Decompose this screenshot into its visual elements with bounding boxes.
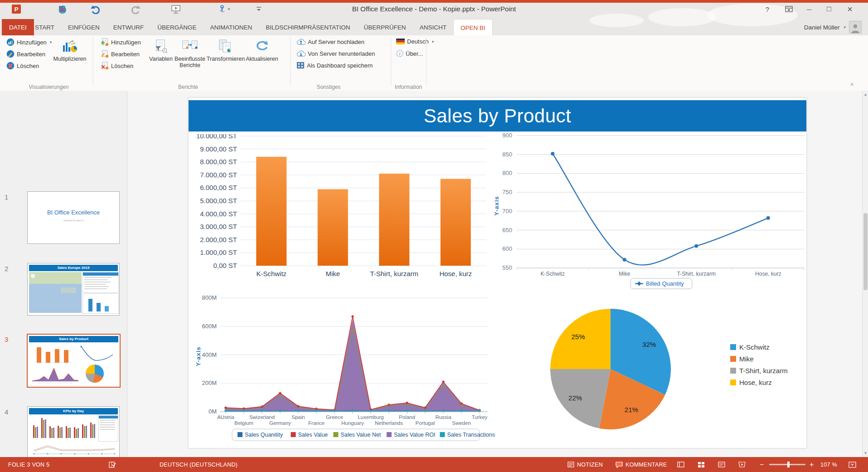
slide-thumbnail-4[interactable]: KPIs by Day — [27, 406, 120, 459]
legend-label: T-Shirt, kurzarm — [739, 367, 788, 375]
area-chart[interactable]: 800M600M400M200M0MAUstriaBelgiumSwizerla… — [193, 293, 497, 447]
zoom-slider-track[interactable] — [769, 464, 805, 465]
slide-title-banner[interactable]: Sales by Product — [189, 100, 806, 131]
tab-start[interactable]: START — [28, 19, 61, 35]
slide-sorter-view-button[interactable] — [698, 457, 705, 472]
refresh-button[interactable]: Aktualisieren — [244, 39, 280, 62]
svg-text:Sales Value: Sales Value — [298, 432, 328, 438]
ribbon-tab-bar: DATEI START EINFÜGEN ENTWURF ÜBERGÄNGE A… — [0, 18, 868, 35]
svg-text:Poland: Poland — [399, 414, 415, 420]
thumb-title: KPIs by Day — [29, 408, 118, 414]
tab-entwurf[interactable]: ENTWURF — [107, 19, 151, 35]
powerpoint-window: P ▾ BI Office Excellence - Demo - Kopie.… — [0, 0, 868, 472]
edit-report-icon — [101, 50, 109, 58]
language-status[interactable]: DEUTSCH (DEUTSCHLAND) — [160, 457, 238, 472]
multiply-button[interactable]: Multiplizieren — [49, 39, 91, 62]
legend-swatch — [730, 368, 736, 374]
report-add-button[interactable]: Hinzufügen — [101, 38, 141, 46]
svg-text:France: France — [308, 420, 325, 426]
scroll-up-arrow[interactable]: ▲ — [863, 92, 868, 97]
slide[interactable]: Sales by Product 10.000,00 ST9.000,00 ST… — [188, 97, 807, 448]
line-chart[interactable]: 900850800750700650600550K-SchwitzMikeT-S… — [492, 133, 806, 292]
tab-strip: START EINFÜGEN ENTWURF ÜBERGÄNGE ANIMATI… — [28, 18, 493, 35]
refresh-icon — [254, 39, 270, 54]
report-edit-button[interactable]: Bearbeiten — [101, 50, 140, 58]
thumb-mini-area — [30, 365, 80, 384]
tab-animationen[interactable]: ANIMATIONEN — [204, 19, 259, 35]
zoom-out-button[interactable]: − — [760, 457, 764, 472]
collapse-ribbon-button[interactable]: ˄ — [850, 82, 853, 88]
svg-text:Greece: Greece — [326, 414, 343, 420]
german-flag-icon — [396, 39, 405, 44]
comments-button[interactable]: KOMMENTARE — [616, 457, 667, 472]
tab-uebergaenge[interactable]: ÜBERGÄNGE — [150, 19, 203, 35]
zoom-in-button[interactable]: + — [810, 457, 814, 472]
svg-text:4.000,00 ST: 4.000,00 ST — [200, 210, 237, 218]
zoom-level[interactable]: 107 % — [820, 457, 837, 472]
fit-to-window-button[interactable] — [849, 457, 856, 472]
close-icon: × — [847, 4, 853, 15]
tab-ueberpruefen[interactable]: ÜBERPRÜFEN — [357, 19, 413, 35]
spellcheck-button[interactable] — [109, 457, 116, 472]
download-from-server-button[interactable]: Von Server herunterladen — [296, 50, 375, 57]
influenced-reports-button[interactable]: Beeinflusste Berichte — [172, 39, 208, 69]
reading-view-button[interactable] — [718, 457, 725, 472]
info-icon: i — [396, 50, 403, 57]
slideshow-icon — [738, 462, 746, 467]
minimize-button[interactable]: ─ — [800, 3, 818, 15]
close-button[interactable]: × — [841, 3, 858, 15]
vis-delete-button[interactable]: Löschen — [6, 62, 39, 70]
ribbon-display-options-button[interactable] — [780, 3, 797, 15]
zoom-slider-thumb[interactable] — [787, 462, 790, 467]
edit-visualization-icon — [6, 50, 15, 58]
tab-bildschirmpraesentation[interactable]: BILDSCHIRMPRÄSENTATION — [259, 19, 357, 35]
slide-title: Sales by Product — [424, 105, 572, 127]
about-button[interactable]: i Über... — [396, 50, 423, 57]
scroll-down-arrow[interactable]: ▼ — [863, 451, 868, 455]
bar-chart[interactable]: 10.000,00 ST9.000,00 ST8.000,00 ST7.000,… — [195, 134, 495, 279]
group-divider — [391, 37, 391, 86]
normal-view-button[interactable] — [677, 457, 684, 472]
pie-legend-item: Hose, kurz — [730, 379, 788, 386]
zoom-slider[interactable] — [769, 457, 805, 472]
help-button[interactable]: ? — [759, 3, 776, 15]
maximize-button[interactable]: □ — [820, 3, 838, 15]
vis-edit-button[interactable]: Bearbeiten — [6, 50, 45, 58]
vis-add-button[interactable]: Hinzufügen ▾ — [6, 38, 52, 46]
window-title: BI Office Excellence - Demo - Kopie.pptx… — [0, 5, 868, 13]
person-icon — [850, 22, 861, 33]
slide-sorter-icon — [698, 462, 705, 467]
notes-button[interactable]: NOTIZEN — [567, 457, 603, 472]
tab-ansicht[interactable]: ANSICHT — [413, 19, 453, 35]
scrollbar-thumb[interactable] — [863, 213, 868, 290]
tab-einfuegen[interactable]: EINFÜGEN — [61, 19, 107, 35]
slide-thumbnail-1[interactable]: BI Office Excellence powered by open bi — [27, 191, 120, 244]
account-area[interactable]: Daniel Müller ▾ — [804, 21, 862, 34]
save-as-dashboard-button[interactable]: Als Dashboard speichern — [296, 62, 373, 69]
svg-text:T-Shirt, kurzarm: T-Shirt, kurzarm — [370, 270, 418, 277]
report-delete-button[interactable]: Löschen — [101, 62, 133, 70]
pie-legend-item: K-Schwitz — [730, 343, 788, 351]
language-button[interactable]: Deutsch ▾ — [396, 38, 434, 45]
svg-text:AUstria: AUstria — [217, 414, 234, 420]
svg-text:Turkey: Turkey — [472, 414, 488, 420]
dropdown-caret: ▾ — [432, 39, 434, 44]
svg-text:Hose, kurz: Hose, kurz — [755, 271, 781, 277]
transform-button[interactable]: Transformieren — [205, 39, 247, 62]
pie-chart[interactable]: 32%21%22%25% — [547, 304, 678, 436]
svg-text:1.000,00 ST: 1.000,00 ST — [200, 248, 237, 256]
spellcheck-icon — [109, 461, 116, 468]
thumb-subtitle: powered by open bi — [28, 219, 119, 222]
ribbon: Hinzufügen ▾ Bearbeiten Löschen Multipli… — [0, 35, 868, 91]
normal-view-icon — [677, 462, 684, 467]
slideshow-view-button[interactable] — [738, 457, 746, 472]
tab-open-bi[interactable]: OPEN BI — [453, 19, 493, 36]
slide-thumbnail-2[interactable]: Sales Europe 2015 — [27, 263, 120, 316]
svg-text:600: 600 — [502, 245, 512, 252]
svg-text:i: i — [399, 51, 401, 56]
ribbon-display-icon — [785, 6, 793, 13]
slide-thumbnail-3-selected[interactable]: Sales by Product — [27, 334, 121, 388]
vertical-scrollbar[interactable]: ▲ ▼ — [862, 91, 868, 457]
upload-to-server-button[interactable]: Auf Server hochladen — [296, 38, 364, 45]
avatar[interactable] — [849, 21, 862, 34]
